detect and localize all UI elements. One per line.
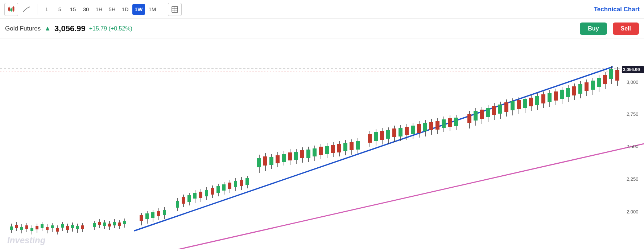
svg-rect-201	[585, 82, 589, 91]
divider1	[37, 4, 37, 15]
candlestick-chart-icon-btn[interactable]	[4, 3, 18, 16]
svg-rect-107	[282, 154, 286, 162]
svg-rect-93	[234, 181, 237, 187]
svg-rect-97	[245, 178, 249, 185]
svg-rect-143	[399, 128, 402, 136]
svg-rect-113	[300, 150, 304, 158]
svg-text:2,750: 2,750	[627, 111, 639, 117]
svg-rect-149	[417, 124, 421, 133]
timeframe-1d[interactable]: 1D	[119, 4, 131, 15]
svg-rect-73	[176, 201, 179, 208]
svg-rect-189	[548, 93, 552, 102]
svg-rect-119	[319, 147, 323, 155]
svg-rect-175	[504, 102, 508, 112]
svg-rect-83	[205, 190, 208, 196]
svg-rect-23	[20, 227, 23, 230]
technical-chart-label: Technical Chart	[594, 6, 640, 13]
sell-button[interactable]: Sell	[613, 23, 639, 35]
svg-rect-13	[0, 38, 644, 249]
svg-rect-63	[140, 215, 143, 221]
svg-rect-127	[343, 143, 347, 151]
svg-rect-173	[498, 105, 502, 114]
chart-container: 3,000 2,750 2,500 2,250 2,000 3,056.99 I…	[0, 38, 644, 249]
svg-rect-131	[356, 141, 360, 150]
svg-rect-153	[429, 122, 433, 130]
svg-rect-25	[25, 225, 28, 229]
svg-rect-205	[597, 78, 601, 87]
svg-rect-171	[492, 106, 496, 115]
svg-rect-111	[294, 152, 298, 160]
timeframe-1w[interactable]: 1W	[132, 4, 145, 15]
buy-button[interactable]: Buy	[580, 23, 607, 35]
table-icon	[171, 6, 178, 13]
svg-rect-135	[374, 132, 378, 141]
indicators-icon-btn[interactable]	[168, 3, 182, 16]
line-chart-icon-btn[interactable]	[20, 3, 33, 16]
svg-rect-207	[603, 75, 607, 84]
price-header: Gold Futures ▲ 3,056.99 +15.79 (+0.52%) …	[0, 19, 644, 38]
svg-rect-115	[306, 150, 310, 158]
svg-rect-203	[591, 81, 595, 90]
svg-rect-183	[529, 98, 533, 106]
svg-rect-21	[15, 225, 18, 228]
svg-rect-65	[145, 213, 149, 219]
svg-rect-193	[560, 90, 564, 99]
svg-rect-103	[269, 157, 273, 165]
svg-rect-59	[118, 223, 121, 226]
svg-rect-85	[211, 188, 214, 195]
svg-rect-159	[448, 118, 452, 127]
timeframe-30[interactable]: 30	[80, 4, 92, 15]
svg-rect-197	[572, 86, 576, 95]
svg-rect-169	[486, 108, 490, 117]
svg-rect-161	[454, 118, 458, 126]
chart-svg: 3,000 2,750 2,500 2,250 2,000 3,056.99	[0, 38, 644, 249]
svg-rect-71	[163, 210, 166, 215]
svg-rect-191	[554, 91, 558, 101]
svg-rect-177	[511, 101, 515, 110]
svg-text:3,056.99: 3,056.99	[623, 67, 640, 72]
svg-rect-81	[199, 192, 202, 198]
svg-rect-95	[240, 180, 243, 186]
toolbar: 1 5 15 30 1H 5H 1D 1W 1M Technical Chart	[0, 0, 644, 19]
svg-text:2,500: 2,500	[627, 144, 639, 149]
current-price: 3,056.99	[54, 24, 86, 33]
svg-text:2,000: 2,000	[627, 209, 639, 215]
svg-rect-209	[609, 69, 613, 79]
svg-rect-75	[182, 197, 185, 204]
svg-rect-139	[386, 130, 390, 139]
svg-rect-123	[331, 145, 335, 153]
svg-rect-61	[123, 221, 126, 224]
timeframe-1m[interactable]: 1M	[146, 4, 158, 15]
svg-rect-29	[36, 226, 38, 229]
svg-rect-9	[172, 7, 178, 12]
svg-rect-211	[615, 70, 619, 81]
svg-rect-187	[541, 94, 545, 103]
svg-rect-165	[474, 111, 478, 121]
svg-rect-87	[216, 186, 220, 193]
svg-rect-79	[193, 193, 197, 199]
svg-rect-147	[411, 126, 415, 134]
svg-rect-163	[467, 114, 471, 123]
timeframe-1[interactable]: 1	[41, 4, 53, 15]
svg-text:3,000: 3,000	[627, 79, 639, 85]
svg-rect-69	[157, 211, 160, 216]
svg-rect-167	[480, 110, 484, 119]
svg-rect-133	[368, 134, 372, 143]
svg-rect-19	[10, 226, 13, 230]
timeframe-5[interactable]: 5	[54, 4, 66, 15]
svg-rect-195	[566, 88, 570, 97]
divider2	[162, 4, 162, 15]
price-up-arrow: ▲	[44, 25, 51, 32]
svg-rect-105	[276, 155, 280, 163]
svg-rect-57	[113, 222, 116, 225]
svg-rect-0	[8, 8, 10, 11]
svg-rect-129	[350, 142, 354, 150]
line-chart-icon	[22, 5, 30, 13]
svg-rect-121	[325, 146, 329, 154]
svg-rect-51	[98, 222, 101, 225]
svg-rect-155	[435, 121, 439, 130]
timeframe-15[interactable]: 15	[67, 4, 79, 15]
timeframe-5h[interactable]: 5H	[106, 4, 118, 15]
svg-rect-45	[76, 226, 79, 229]
timeframe-1h[interactable]: 1H	[93, 4, 105, 15]
